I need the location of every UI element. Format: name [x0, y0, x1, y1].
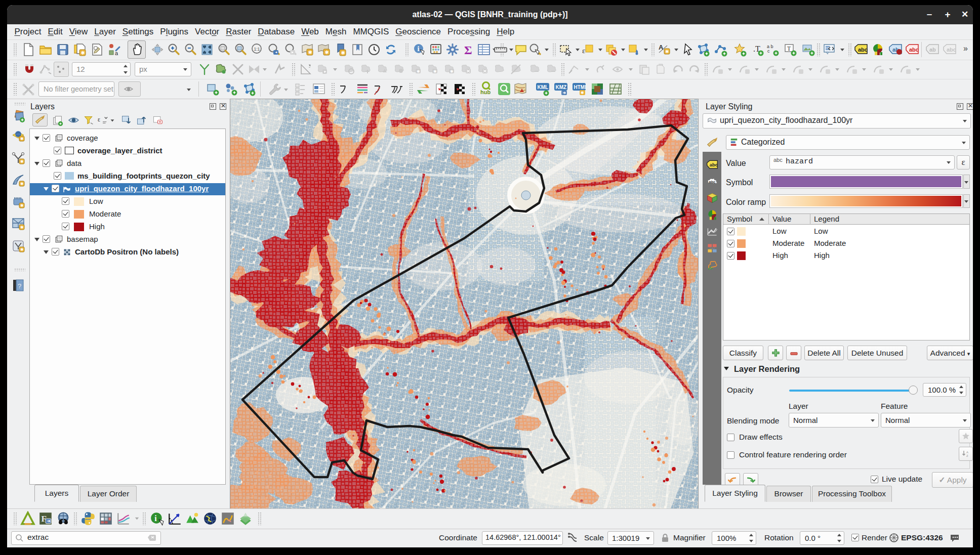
svg-text:✱: ✱ [417, 69, 420, 74]
svg-text:c: c [767, 49, 770, 54]
svg-text:✱: ✱ [20, 159, 24, 164]
svg-text:✱: ✱ [308, 50, 312, 55]
svg-text:Z: Z [966, 454, 968, 457]
svg-text:ab: ab [929, 47, 936, 53]
svg-text:abc: abc [909, 47, 919, 53]
svg-text:✱: ✱ [20, 225, 24, 230]
svg-text:abc: abc [947, 47, 956, 53]
svg-text:abc: abc [858, 47, 868, 53]
svg-text:✱: ✱ [433, 69, 437, 74]
svg-text:KML: KML [538, 84, 549, 90]
svg-text:✱: ✱ [665, 49, 669, 54]
svg-text:i: i [154, 514, 157, 523]
svg-text:Σ: Σ [464, 44, 472, 57]
svg-text:1:1: 1:1 [254, 47, 260, 52]
svg-text:ε: ε [582, 47, 585, 55]
svg-text:✱: ✱ [81, 50, 85, 56]
svg-text:T: T [787, 45, 791, 52]
svg-text:✱: ✱ [20, 203, 24, 208]
svg-text:i: i [418, 45, 420, 53]
svg-text:✱: ✱ [581, 91, 584, 95]
svg-text:HTML: HTML [574, 84, 587, 90]
svg-text:✱: ✱ [20, 182, 24, 186]
svg-text:ε: ε [98, 116, 100, 123]
svg-text:abc: abc [709, 180, 716, 184]
svg-text:✱: ✱ [341, 50, 345, 56]
svg-text:✱: ✱ [20, 137, 24, 141]
svg-text:A: A [659, 44, 664, 51]
svg-text:abc: abc [710, 162, 718, 167]
svg-text:hub: hub [480, 89, 491, 95]
svg-text:A: A [966, 451, 968, 454]
svg-text:?: ? [18, 282, 21, 290]
svg-text:✱: ✱ [325, 50, 329, 55]
svg-text:✱: ✱ [20, 247, 24, 252]
svg-text:a: a [115, 50, 118, 56]
svg-text:✱: ✱ [450, 69, 454, 74]
svg-text:KMZ: KMZ [556, 84, 567, 90]
